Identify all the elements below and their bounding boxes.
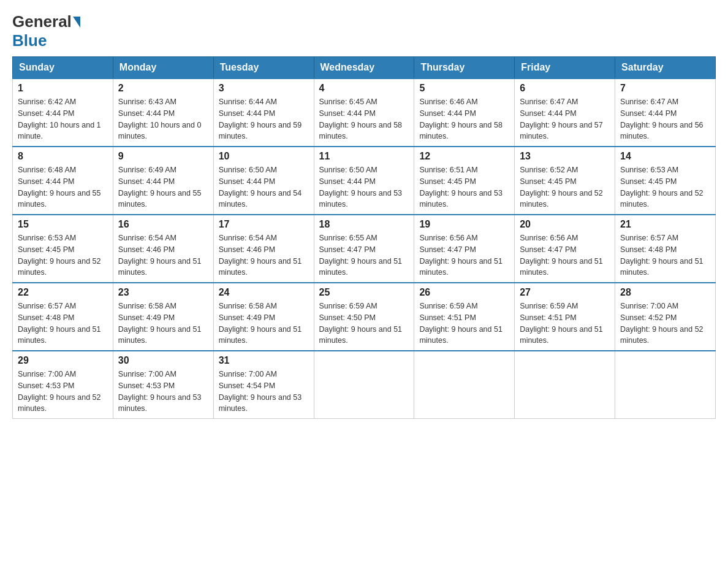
day-number: 2	[118, 83, 208, 94]
daylight-label: Daylight: 9 hours and 56 minutes.	[620, 121, 703, 141]
calendar-header-row: SundayMondayTuesdayWednesdayThursdayFrid…	[13, 57, 716, 79]
daylight-label: Daylight: 9 hours and 51 minutes.	[118, 325, 202, 345]
header-sunday: Sunday	[13, 57, 113, 79]
day-info: Sunrise: 6:59 AM Sunset: 4:51 PM Dayligh…	[419, 301, 509, 347]
sunset-label: Sunset: 4:49 PM	[219, 313, 275, 322]
sunset-label: Sunset: 4:44 PM	[419, 109, 476, 118]
daylight-label: Daylight: 9 hours and 52 minutes.	[18, 393, 101, 413]
calendar-cell: 12 Sunrise: 6:51 AM Sunset: 4:45 PM Dayl…	[414, 147, 515, 215]
day-info: Sunrise: 6:52 AM Sunset: 4:45 PM Dayligh…	[520, 164, 610, 210]
day-number: 10	[219, 151, 309, 162]
day-info: Sunrise: 6:59 AM Sunset: 4:50 PM Dayligh…	[319, 301, 409, 347]
sunrise-label: Sunrise: 6:44 AM	[219, 98, 277, 106]
day-number: 22	[18, 287, 108, 298]
sunrise-label: Sunrise: 6:59 AM	[319, 302, 377, 310]
header-tuesday: Tuesday	[213, 57, 314, 79]
calendar-cell: 19 Sunrise: 6:56 AM Sunset: 4:47 PM Dayl…	[414, 215, 515, 283]
day-number: 26	[419, 287, 509, 298]
week-row-5: 29 Sunrise: 7:00 AM Sunset: 4:53 PM Dayl…	[13, 351, 716, 419]
calendar-cell: 16 Sunrise: 6:54 AM Sunset: 4:46 PM Dayl…	[113, 215, 213, 283]
daylight-label: Daylight: 10 hours and 1 minute.	[18, 121, 101, 141]
sunrise-label: Sunrise: 6:42 AM	[18, 98, 76, 106]
header-friday: Friday	[515, 57, 615, 79]
calendar-cell: 2 Sunrise: 6:43 AM Sunset: 4:44 PM Dayli…	[113, 79, 213, 147]
week-row-1: 1 Sunrise: 6:42 AM Sunset: 4:44 PM Dayli…	[13, 79, 716, 147]
sunrise-label: Sunrise: 6:47 AM	[520, 98, 578, 106]
daylight-label: Daylight: 9 hours and 53 minutes.	[419, 189, 502, 209]
daylight-label: Daylight: 9 hours and 51 minutes.	[219, 257, 302, 277]
sunset-label: Sunset: 4:45 PM	[520, 177, 576, 186]
daylight-label: Daylight: 9 hours and 51 minutes.	[18, 325, 101, 345]
sunset-label: Sunset: 4:46 PM	[118, 245, 175, 254]
sunrise-label: Sunrise: 6:46 AM	[419, 98, 477, 106]
daylight-label: Daylight: 9 hours and 51 minutes.	[319, 325, 403, 345]
day-number: 28	[620, 287, 710, 298]
calendar-cell: 15 Sunrise: 6:53 AM Sunset: 4:45 PM Dayl…	[13, 215, 113, 283]
daylight-label: Daylight: 9 hours and 51 minutes.	[219, 325, 302, 345]
day-number: 24	[219, 287, 309, 298]
day-info: Sunrise: 6:56 AM Sunset: 4:47 PM Dayligh…	[520, 232, 610, 278]
daylight-label: Daylight: 9 hours and 51 minutes.	[419, 325, 502, 345]
calendar-cell	[615, 351, 716, 419]
daylight-label: Daylight: 9 hours and 58 minutes.	[319, 121, 403, 141]
day-number: 19	[419, 219, 509, 230]
calendar-cell: 11 Sunrise: 6:50 AM Sunset: 4:44 PM Dayl…	[314, 147, 414, 215]
calendar-cell: 17 Sunrise: 6:54 AM Sunset: 4:46 PM Dayl…	[213, 215, 314, 283]
sunrise-label: Sunrise: 7:00 AM	[118, 370, 176, 378]
daylight-label: Daylight: 9 hours and 51 minutes.	[419, 257, 502, 277]
day-info: Sunrise: 6:57 AM Sunset: 4:48 PM Dayligh…	[620, 232, 710, 278]
sunrise-label: Sunrise: 7:00 AM	[620, 302, 678, 310]
sunset-label: Sunset: 4:47 PM	[319, 245, 376, 254]
calendar-cell: 18 Sunrise: 6:55 AM Sunset: 4:47 PM Dayl…	[314, 215, 414, 283]
calendar-cell: 7 Sunrise: 6:47 AM Sunset: 4:44 PM Dayli…	[615, 79, 716, 147]
daylight-label: Daylight: 9 hours and 51 minutes.	[520, 325, 603, 345]
day-number: 17	[219, 219, 309, 230]
day-info: Sunrise: 6:54 AM Sunset: 4:46 PM Dayligh…	[219, 232, 309, 278]
day-info: Sunrise: 7:00 AM Sunset: 4:53 PM Dayligh…	[18, 369, 108, 415]
calendar-cell: 28 Sunrise: 7:00 AM Sunset: 4:52 PM Dayl…	[615, 283, 716, 351]
day-number: 11	[319, 151, 409, 162]
day-number: 13	[520, 151, 610, 162]
day-number: 12	[419, 151, 509, 162]
sunrise-label: Sunrise: 6:59 AM	[520, 302, 578, 310]
day-number: 7	[620, 83, 710, 94]
sunset-label: Sunset: 4:44 PM	[319, 109, 376, 118]
sunset-label: Sunset: 4:51 PM	[419, 313, 476, 322]
calendar-cell: 22 Sunrise: 6:57 AM Sunset: 4:48 PM Dayl…	[13, 283, 113, 351]
day-info: Sunrise: 6:58 AM Sunset: 4:49 PM Dayligh…	[219, 301, 309, 347]
calendar-cell: 29 Sunrise: 7:00 AM Sunset: 4:53 PM Dayl…	[13, 351, 113, 419]
week-row-4: 22 Sunrise: 6:57 AM Sunset: 4:48 PM Dayl…	[13, 283, 716, 351]
day-info: Sunrise: 6:53 AM Sunset: 4:45 PM Dayligh…	[18, 232, 108, 278]
sunrise-label: Sunrise: 6:47 AM	[620, 98, 678, 106]
sunset-label: Sunset: 4:44 PM	[219, 109, 275, 118]
daylight-label: Daylight: 10 hours and 0 minutes.	[118, 121, 202, 141]
daylight-label: Daylight: 9 hours and 52 minutes.	[18, 257, 101, 277]
sunrise-label: Sunrise: 7:00 AM	[219, 370, 277, 378]
sunset-label: Sunset: 4:54 PM	[219, 381, 275, 390]
calendar-cell: 14 Sunrise: 6:53 AM Sunset: 4:45 PM Dayl…	[615, 147, 716, 215]
sunset-label: Sunset: 4:48 PM	[620, 245, 677, 254]
sunrise-label: Sunrise: 6:56 AM	[419, 234, 477, 242]
logo: General Blue	[12, 12, 82, 50]
day-number: 16	[118, 219, 208, 230]
day-info: Sunrise: 7:00 AM Sunset: 4:53 PM Dayligh…	[118, 369, 208, 415]
page-header: General Blue	[12, 12, 716, 50]
sunrise-label: Sunrise: 6:53 AM	[620, 166, 678, 174]
day-info: Sunrise: 6:57 AM Sunset: 4:48 PM Dayligh…	[18, 301, 108, 347]
day-number: 21	[620, 219, 710, 230]
daylight-label: Daylight: 9 hours and 51 minutes.	[520, 257, 603, 277]
day-number: 18	[319, 219, 409, 230]
sunrise-label: Sunrise: 6:53 AM	[18, 234, 76, 242]
logo-blue-text: Blue	[12, 31, 47, 50]
sunset-label: Sunset: 4:44 PM	[18, 177, 74, 186]
day-number: 6	[520, 83, 610, 94]
day-number: 14	[620, 151, 710, 162]
week-row-3: 15 Sunrise: 6:53 AM Sunset: 4:45 PM Dayl…	[13, 215, 716, 283]
calendar-cell: 13 Sunrise: 6:52 AM Sunset: 4:45 PM Dayl…	[515, 147, 615, 215]
header-monday: Monday	[113, 57, 213, 79]
sunset-label: Sunset: 4:47 PM	[419, 245, 476, 254]
day-number: 30	[118, 355, 208, 366]
sunrise-label: Sunrise: 6:51 AM	[419, 166, 477, 174]
day-info: Sunrise: 7:00 AM Sunset: 4:54 PM Dayligh…	[219, 369, 309, 415]
daylight-label: Daylight: 9 hours and 58 minutes.	[419, 121, 502, 141]
